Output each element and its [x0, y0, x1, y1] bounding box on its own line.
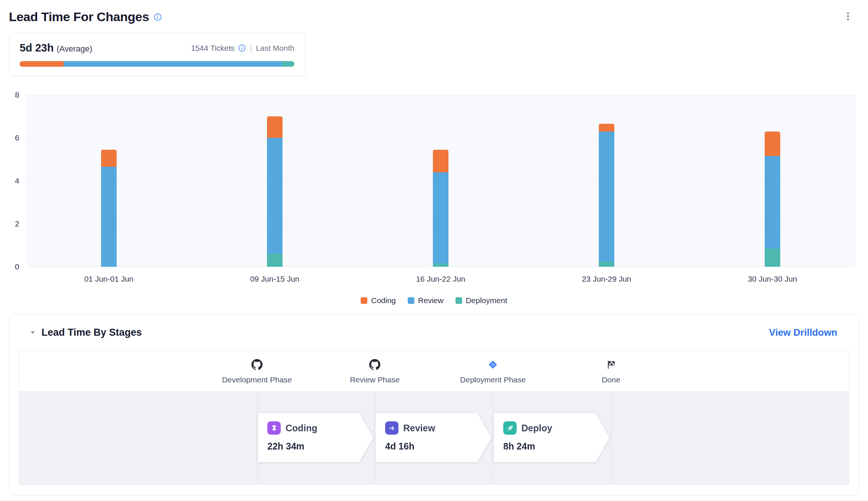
legend-swatch [361, 297, 367, 304]
bar-segment-coding [765, 132, 780, 156]
phase-label: Development Phase [201, 375, 313, 384]
lead-time-chart: CodingReviewDeployment 0246801 Jun-01 Ju… [0, 89, 868, 312]
stage-duration: 8h 24m [503, 441, 610, 452]
stage-card-coding[interactable]: Coding22h 34m [258, 413, 373, 462]
github-icon [201, 358, 313, 371]
average-lead-time: 5d 23h (Average) [20, 42, 92, 54]
column-divider [493, 392, 493, 484]
bar-segment-deployment [765, 249, 780, 267]
chart-plot-area [26, 95, 855, 267]
stage-name: Deploy [521, 423, 552, 434]
page-header: Lead Time For Changes [0, 0, 868, 24]
chart-legend: CodingReviewDeployment [0, 296, 868, 305]
bar-segment-review [433, 172, 448, 264]
phase-deployment-phase: Deployment Phase [437, 358, 548, 384]
bar-16-jun-22-jun[interactable] [433, 150, 448, 267]
bar-segment-review [267, 138, 283, 254]
phase-label: Review Phase [319, 375, 430, 384]
bar-01-jun-01-jun[interactable] [101, 150, 117, 267]
bar-segment-deployment [599, 262, 614, 267]
y-axis-label: 2 [0, 219, 19, 229]
stage-card-review[interactable]: Review4d 16h [375, 413, 491, 462]
view-drilldown-link[interactable]: View Drilldown [769, 327, 837, 338]
column-divider [375, 392, 375, 484]
lead-time-distribution-bar [20, 61, 294, 67]
phase-done: Done [555, 358, 667, 384]
stage-card-shape: Coding22h 34m [258, 413, 373, 462]
legend-swatch [408, 297, 414, 304]
stages-panel: Lead Time By Stages View Drilldown Devel… [9, 315, 859, 495]
arrow-right-icon [385, 421, 398, 435]
bar-segment-coding [101, 150, 117, 167]
legend-swatch [455, 297, 462, 304]
bar-segment-review [599, 132, 614, 262]
stages-panel-header: Lead Time By Stages View Drilldown [9, 315, 859, 339]
y-axis-label: 4 [0, 176, 19, 186]
column-divider [257, 392, 257, 484]
stage-duration: 4d 16h [385, 441, 491, 452]
legend-label: Coding [371, 296, 396, 305]
distribution-segment-deployment [282, 61, 294, 67]
summary-card: 5d 23h (Average) 1544 Tickets | Last Mon… [9, 33, 305, 76]
github-icon [319, 358, 430, 371]
legend-item-deployment[interactable]: Deployment [455, 296, 507, 305]
summary-top-row: 5d 23h (Average) 1544 Tickets | Last Mon… [20, 42, 294, 54]
distribution-segment-coding [20, 61, 64, 67]
bar-30-jun-30-jun[interactable] [765, 132, 780, 267]
phase-label: Done [555, 375, 667, 384]
page-title: Lead Time For Changes [9, 10, 149, 24]
stage-card-header: Deploy [503, 421, 610, 435]
phase-development-phase: Development Phase [201, 358, 313, 384]
stage-card-deploy[interactable]: Deploy8h 24m [494, 413, 610, 462]
x-axis-label: 09 Jun-15 Jun [192, 275, 358, 283]
bar-segment-review [101, 167, 117, 267]
bar-segment-coding [599, 124, 614, 131]
stage-card-header: Coding [267, 421, 373, 435]
bar-09-jun-15-jun[interactable] [267, 116, 283, 267]
stages-title: Lead Time By Stages [41, 327, 142, 338]
stages-body: Coding22h 34mReview4d 16hDeploy8h 24m [19, 392, 849, 484]
y-axis-label: 0 [0, 262, 19, 272]
phase-review-phase: Review Phase [319, 358, 430, 384]
legend-label: Review [418, 296, 444, 305]
lead-time-dashboard: Lead Time For Changes 5d 23h (Average) 1… [0, 0, 868, 501]
legend-item-coding[interactable]: Coding [361, 296, 396, 305]
x-axis-label: 30 Jun-30 Jun [690, 275, 855, 283]
bar-segment-coding [267, 116, 283, 138]
gridline [26, 138, 855, 138]
bar-segment-deployment [267, 254, 283, 267]
collapse-caret-icon[interactable] [29, 329, 36, 336]
stage-card-shape: Deploy8h 24m [494, 413, 610, 462]
column-divider [611, 392, 611, 484]
x-axis-label: 16 Jun-22 Jun [358, 275, 524, 283]
tickets-info-icon[interactable] [238, 44, 246, 52]
summary-meta: 1544 Tickets | Last Month [191, 44, 294, 53]
stage-duration: 22h 34m [267, 441, 373, 452]
period-label: Last Month [256, 44, 294, 53]
bar-segment-review [765, 156, 780, 248]
stages-table: Development PhaseReview PhaseDeployment … [19, 350, 849, 485]
hourglass-icon [267, 421, 281, 435]
separator: | [250, 44, 252, 53]
y-axis-label: 8 [0, 90, 19, 100]
stage-card-header: Review [385, 421, 491, 435]
info-icon[interactable] [154, 13, 162, 21]
x-axis-label: 01 Jun-01 Jun [26, 275, 192, 283]
stage-card-shape: Review4d 16h [375, 413, 491, 462]
tickets-count: 1544 Tickets [191, 44, 235, 53]
phase-label: Deployment Phase [437, 375, 548, 384]
stage-name: Review [403, 423, 435, 434]
bar-segment-deployment [433, 263, 448, 267]
title-row: Lead Time For Changes [9, 10, 162, 24]
legend-item-review[interactable]: Review [408, 296, 444, 305]
average-label: (Average) [57, 44, 92, 54]
average-value: 5d 23h [20, 42, 54, 54]
bar-23-jun-29-jun[interactable] [599, 124, 614, 267]
gridline [26, 95, 855, 95]
rocket-icon [503, 421, 517, 435]
x-axis-label: 23 Jun-29 Jun [524, 275, 690, 283]
bar-segment-coding [433, 150, 448, 172]
distribution-segment-review [64, 61, 282, 67]
legend-label: Deployment [466, 296, 507, 305]
kebab-menu-icon[interactable] [841, 10, 855, 24]
